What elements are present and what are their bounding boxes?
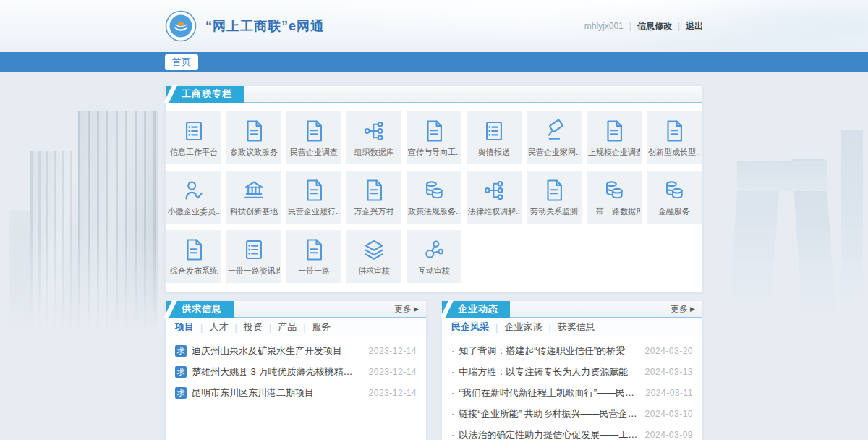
bullet-dot: · bbox=[451, 345, 454, 356]
list-item-title: 昆明市东川区东川港二期项目 bbox=[192, 386, 362, 399]
app-card[interactable]: 互动审核 bbox=[407, 230, 461, 283]
app-card-label: 上规模企业调查 bbox=[588, 147, 640, 158]
list-item-title: 楚雄州大姚县 3 万吨优质薄壳核桃精深加工及科... bbox=[192, 365, 362, 378]
app-card[interactable]: 一带一路 bbox=[286, 230, 341, 283]
supply-list-item[interactable]: 求 昆明市东川区东川港二期项目 2023-12-14 bbox=[166, 382, 426, 403]
orgchart-icon bbox=[482, 178, 506, 203]
supply-tab-0[interactable]: 项目 bbox=[175, 321, 194, 334]
federation-column-panel: 工商联专栏 信息工作平台 参政议政服务 民营企业调查 组织数据库 宣传与导向工.… bbox=[165, 85, 703, 292]
app-card-label: 综合发布系统 bbox=[170, 266, 218, 276]
bank-icon bbox=[242, 178, 266, 203]
app-card[interactable]: 创新型成长型... bbox=[647, 111, 702, 164]
news-more-link[interactable]: 更多 ▶ bbox=[671, 303, 702, 316]
bullet-dot: · bbox=[451, 366, 454, 377]
app-card[interactable]: 组织数据库 bbox=[346, 111, 401, 164]
app-card-label: 民营企业履行... bbox=[288, 206, 340, 217]
app-card-label: 互动审核 bbox=[418, 266, 450, 276]
app-card[interactable]: 一带一路资讯库 bbox=[226, 230, 281, 283]
app-card[interactable]: 万企兴万村 bbox=[346, 171, 401, 224]
news-list-item[interactable]: · 以法治的确定性助力提信心促发展——工商联... 2024-03-09 bbox=[442, 424, 702, 440]
news-list-item[interactable]: · 知了背调：搭建起“传递职业信任”的桥梁 2024-03-20 bbox=[442, 340, 702, 361]
app-card[interactable]: 民营企业调查 bbox=[286, 111, 341, 164]
list-item-date: 2024-03-13 bbox=[645, 367, 693, 377]
tab-divider: | bbox=[269, 322, 271, 333]
user-check-icon bbox=[182, 178, 206, 203]
app-card[interactable]: 民营企业家网... bbox=[527, 111, 582, 164]
app-card[interactable]: 宣传与导向工... bbox=[407, 111, 461, 164]
database-icon bbox=[602, 178, 626, 203]
panel-header: 供求信息 更多 ▶ bbox=[166, 301, 426, 318]
app-card[interactable]: 上规模企业调查 bbox=[587, 111, 642, 164]
news-tab-2[interactable]: 获奖信息 bbox=[558, 321, 595, 334]
app-card-label: 一带一路数据库 bbox=[588, 206, 640, 217]
app-card[interactable]: 综合发布系统 bbox=[166, 230, 221, 283]
list-item-title: “我们在新时代新征程上凯歌而行”——民营... bbox=[459, 386, 638, 399]
news-tab-0[interactable]: 民企风采 bbox=[451, 321, 489, 334]
app-card-label: 法律维权调解... bbox=[468, 206, 520, 217]
tab-divider: | bbox=[200, 322, 203, 333]
app-card[interactable]: 金融服务 bbox=[647, 171, 702, 224]
profile-edit-link[interactable]: 信息修改 bbox=[637, 20, 672, 33]
news-list-item[interactable]: · “我们在新时代新征程上凯歌而行”——民营... 2024-03-11 bbox=[442, 382, 702, 403]
logout-link[interactable]: 退出 bbox=[686, 20, 703, 33]
list-item-date: 2023-12-14 bbox=[369, 388, 417, 398]
app-card[interactable]: 法律维权调解... bbox=[467, 171, 522, 224]
app-card-label: 参政议政服务 bbox=[230, 147, 278, 158]
app-card-label: 舆情报送 bbox=[478, 147, 510, 158]
supply-list: 求 迪庆州山泉水及矿泉水生产开发项目 2023-12-14 求 楚雄州大姚县 3… bbox=[166, 337, 426, 403]
list-document-icon bbox=[182, 119, 206, 143]
app-card[interactable]: 劳动关系监测 bbox=[527, 171, 582, 224]
panel-header: 工商联专栏 bbox=[166, 86, 702, 103]
app-card-label: 科技创新基地 bbox=[230, 206, 278, 217]
app-card-label: 小微企业委员... bbox=[168, 206, 220, 217]
list-item-date: 2023-12-14 bbox=[369, 367, 417, 377]
document-icon bbox=[422, 119, 446, 143]
demand-badge: 求 bbox=[175, 387, 187, 399]
logged-in-username: mhlyjx001 bbox=[584, 21, 624, 31]
panel-header: 企业动态 更多 ▶ bbox=[442, 301, 702, 318]
app-card[interactable]: 参政议政服务 bbox=[226, 111, 281, 164]
supply-tab-3[interactable]: 产品 bbox=[278, 321, 297, 334]
app-card[interactable]: 民营企业履行... bbox=[286, 171, 341, 224]
bullet-dot: · bbox=[451, 429, 454, 440]
list-item-date: 2024-03-10 bbox=[645, 409, 693, 419]
list-item-date: 2024-03-09 bbox=[645, 430, 693, 440]
app-card[interactable]: 政策法规服务... bbox=[407, 171, 461, 224]
list-document-icon bbox=[242, 237, 266, 262]
app-card[interactable]: 科技创新基地 bbox=[226, 171, 281, 224]
news-list-item[interactable]: · 链接“企业所能” 共助乡村振兴——民营企业... 2024-03-10 bbox=[442, 403, 702, 424]
site-title: “网上工商联”e网通 bbox=[205, 17, 324, 35]
panel-title-tab: 供求信息 bbox=[166, 301, 234, 318]
app-card-label: 组织数据库 bbox=[354, 147, 394, 158]
app-card[interactable]: 信息工作平台 bbox=[166, 111, 221, 164]
list-item-title: 以法治的确定性助力提信心促发展——工商联... bbox=[459, 428, 637, 440]
document-icon bbox=[362, 178, 386, 203]
enterprise-news-panel: 企业动态 更多 ▶ 民企风采|企业家谈|获奖信息 · 知了背调：搭建起“传递职业… bbox=[441, 300, 703, 440]
list-document-icon bbox=[482, 119, 506, 143]
supply-more-link[interactable]: 更多 ▶ bbox=[394, 303, 426, 316]
background-skyline-image bbox=[712, 130, 868, 347]
app-card[interactable]: 小微企业委员... bbox=[166, 171, 221, 224]
supply-tab-4[interactable]: 服务 bbox=[312, 321, 331, 334]
supply-tab-2[interactable]: 投资 bbox=[244, 321, 263, 334]
nav-home-button[interactable]: 首页 bbox=[165, 54, 198, 70]
supply-list-item[interactable]: 求 楚雄州大姚县 3 万吨优质薄壳核桃精深加工及科... 2023-12-14 bbox=[166, 361, 426, 382]
supply-tabs: 项目|人才|投资|产品|服务 bbox=[166, 318, 426, 337]
news-list-item[interactable]: · 中瑞方胜：以专注铸专长为人力资源赋能 2024-03-13 bbox=[442, 361, 702, 382]
app-card[interactable]: 供求审核 bbox=[346, 230, 401, 283]
database-icon bbox=[662, 178, 686, 203]
app-card[interactable]: 舆情报送 bbox=[467, 111, 522, 164]
app-card-label: 民营企业家网... bbox=[528, 147, 580, 158]
list-item-title: 链接“企业所能” 共助乡村振兴——民营企业... bbox=[459, 407, 637, 420]
layers-icon bbox=[362, 237, 386, 262]
tab-divider: | bbox=[303, 322, 305, 333]
news-tab-1[interactable]: 企业家谈 bbox=[504, 321, 542, 334]
app-launcher-grid: 信息工作平台 参政议政服务 民营企业调查 组织数据库 宣传与导向工... 舆情报… bbox=[166, 103, 702, 292]
main-navbar: 首页 bbox=[0, 52, 868, 72]
news-list: · 知了背调：搭建起“传递职业信任”的桥梁 2024-03-20 · 中瑞方胜：… bbox=[442, 337, 702, 440]
panel-title-tab: 工商联专栏 bbox=[166, 86, 244, 103]
supply-list-item[interactable]: 求 迪庆州山泉水及矿泉水生产开发项目 2023-12-14 bbox=[166, 340, 426, 361]
app-card[interactable]: 一带一路数据库 bbox=[587, 171, 642, 224]
list-item-title: 知了背调：搭建起“传递职业信任”的桥梁 bbox=[459, 344, 637, 358]
supply-tab-1[interactable]: 人才 bbox=[209, 321, 228, 334]
